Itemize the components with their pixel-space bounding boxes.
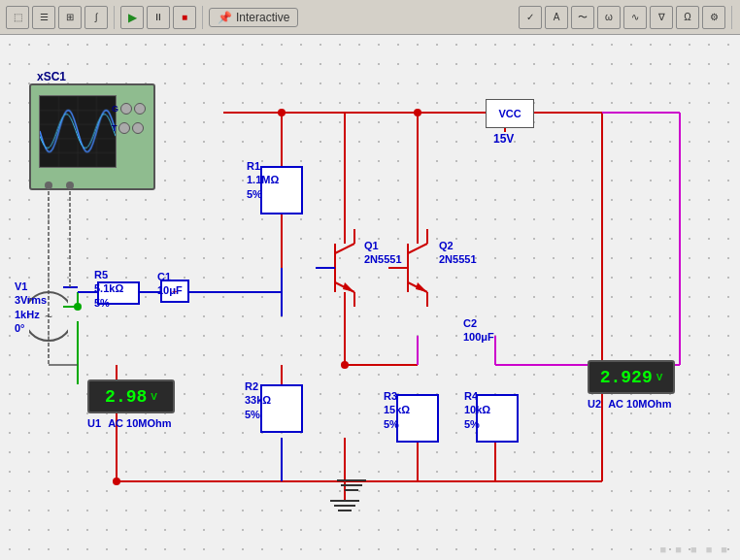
svg-line-49 xyxy=(335,244,354,253)
R2-component[interactable] xyxy=(260,384,303,433)
xsc1-t-terminal2[interactable] xyxy=(132,122,144,134)
stop-btn[interactable]: ■ xyxy=(173,6,196,29)
oscilloscope-btn[interactable]: ω xyxy=(597,6,621,29)
Q1-name: Q1 xyxy=(364,239,402,252)
interactive-label: Interactive xyxy=(236,11,289,24)
U1-name: U1 xyxy=(87,417,101,429)
Q2-type: 2N5551 xyxy=(439,252,477,266)
U2-unit: AC xyxy=(608,398,623,410)
vcc-component[interactable]: VCC xyxy=(486,99,534,128)
toolbar: ⬚ ☰ ⊞ ∫ ▶ ⏸ ■ 📌 Interactive ✓ A 〜 ω ∿ ∇ … xyxy=(0,0,740,35)
U1-meter[interactable]: 2.98 V xyxy=(87,379,175,413)
V1-label: V1 3Vrms 1kHz 0° xyxy=(15,280,47,335)
a-btn[interactable]: A xyxy=(545,6,568,29)
U2-meter[interactable]: 2.929 V xyxy=(588,360,675,394)
svg-text:~: ~ xyxy=(45,309,52,324)
pin-icon: 📌 xyxy=(218,11,232,24)
settings-btn[interactable]: ⚙ xyxy=(702,6,725,29)
U2-reading: 2.929 xyxy=(600,368,653,387)
svg-line-56 xyxy=(408,244,427,253)
U2-unit-v: V xyxy=(656,372,663,383)
xsc1-t-label: T xyxy=(112,123,118,133)
toolbar-group-2: ▶ ⏸ ■ xyxy=(120,6,203,29)
wave-btn[interactable]: ∫ xyxy=(84,6,108,29)
R5-component[interactable] xyxy=(97,281,140,305)
R4-component[interactable] xyxy=(476,394,519,443)
vcc-label: VCC xyxy=(498,108,521,119)
interactive-mode-btn[interactable]: 📌 Interactive xyxy=(209,8,298,27)
Q1-symbol[interactable] xyxy=(316,229,374,307)
pointer-tool-btn[interactable]: ⬚ xyxy=(6,6,29,29)
V1-value2: 1kHz xyxy=(15,308,47,321)
V1-symbol[interactable]: ~ xyxy=(29,278,68,355)
toolbar-group-right: ✓ A 〜 ω ∿ ∇ Ω ⚙ xyxy=(519,6,732,29)
svg-point-29 xyxy=(74,303,82,311)
vcc-value: 15V xyxy=(493,132,514,146)
sim-btn[interactable]: Ω xyxy=(676,6,699,29)
svg-point-18 xyxy=(414,109,421,116)
U2-label: U2 AC 10MOhm xyxy=(588,397,672,411)
measure-btn[interactable]: ∿ xyxy=(623,6,647,29)
subcircuit-btn[interactable]: ⊞ xyxy=(58,6,82,29)
V1-value3: 0° xyxy=(15,321,47,335)
play-btn[interactable]: ▶ xyxy=(120,6,144,29)
svg-marker-61 xyxy=(416,282,427,292)
xsc1-t-terminal[interactable] xyxy=(118,122,130,134)
oscilloscope-xsc1[interactable]: G T xyxy=(29,83,155,190)
V1-value1: 3Vrms xyxy=(15,293,47,307)
watermark: ■ ■ ■ ■ ■ xyxy=(660,544,730,555)
svg-line-50 xyxy=(335,282,354,292)
C1-component[interactable]: + xyxy=(160,280,189,303)
hand-tool-btn[interactable]: ☰ xyxy=(32,6,55,29)
xsc1-g-terminal2[interactable] xyxy=(134,103,146,115)
U2-impedance: 10MOhm xyxy=(626,398,671,410)
U1-label: U1 AC 10MOhm xyxy=(87,416,172,430)
C2-value: 100μF xyxy=(463,330,494,344)
check-btn[interactable]: ✓ xyxy=(519,6,542,29)
Q2-name: Q2 xyxy=(439,239,477,252)
svg-point-62 xyxy=(29,292,68,341)
xsc1-g-terminal[interactable] xyxy=(120,103,132,115)
circuit-canvas: G T xSC1 VCC 15V R1 1.1MΩ 5% R2 xyxy=(0,35,740,560)
Q2-symbol[interactable] xyxy=(388,229,447,307)
oscilloscope-screen xyxy=(39,95,117,168)
svg-point-20 xyxy=(113,478,120,485)
C2-name: C2 xyxy=(463,316,494,330)
svg-line-57 xyxy=(408,282,427,292)
xsc1-name-label: xSC1 xyxy=(37,70,66,83)
wave2-btn[interactable]: 〜 xyxy=(571,6,594,29)
C2-label: C2 100μF xyxy=(463,316,494,345)
svg-point-17 xyxy=(278,109,286,116)
U1-reading: 2.98 xyxy=(105,387,147,407)
ground-symbol xyxy=(337,479,366,491)
R3-component[interactable] xyxy=(396,394,439,443)
toolbar-group-1: ⬚ ☰ ⊞ ∫ xyxy=(6,6,115,29)
Q1-type: 2N5551 xyxy=(364,252,402,266)
R5-name: R5 xyxy=(94,268,123,281)
Q1-label: Q1 2N5551 xyxy=(364,239,402,267)
U1-unit: AC xyxy=(108,417,123,429)
pause-btn[interactable]: ⏸ xyxy=(147,6,170,29)
Q2-label: Q2 2N5551 xyxy=(439,239,477,267)
svg-point-19 xyxy=(341,361,349,369)
U1-impedance: 10MOhm xyxy=(126,417,171,429)
U2-name: U2 xyxy=(588,398,601,410)
xsc1-g-label: G xyxy=(112,104,118,114)
R1-component[interactable] xyxy=(260,166,303,214)
function-btn[interactable]: ∇ xyxy=(650,6,673,29)
V1-name: V1 xyxy=(15,280,47,293)
svg-marker-54 xyxy=(343,282,354,292)
U1-unit-v: V xyxy=(151,391,157,403)
